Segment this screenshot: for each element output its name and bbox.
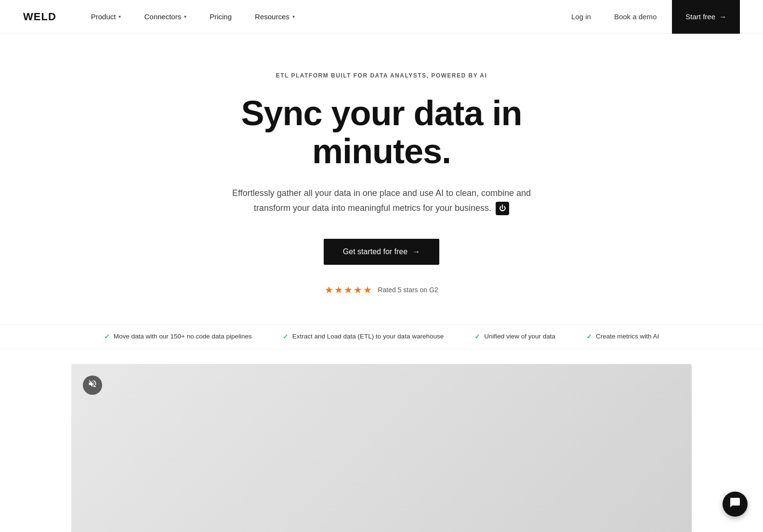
start-free-label: Start free: [685, 13, 715, 21]
feature-text-2: Unified view of your data: [484, 333, 555, 340]
feature-pill-2: ✓ Unified view of your data: [459, 333, 571, 340]
check-icon-3: ✓: [586, 333, 592, 340]
nav-pricing-label: Pricing: [210, 13, 232, 21]
video-section: [71, 364, 692, 532]
get-started-button[interactable]: Get started for free →: [324, 239, 439, 265]
feature-pill-3: ✓ Create metrics with AI: [571, 333, 674, 340]
book-demo-link[interactable]: Book a demo: [606, 9, 664, 25]
feature-text-1: Extract and Load data (ETL) to your data…: [292, 333, 444, 340]
nav-product-label: Product: [91, 13, 116, 21]
star-rating: ★ ★ ★ ★ ★: [325, 284, 372, 296]
video-placeholder: [71, 364, 692, 532]
chevron-down-icon: ▾: [118, 14, 121, 19]
hero-title: Sync your data in minutes.: [188, 94, 575, 170]
rating-section: ★ ★ ★ ★ ★ Rated 5 stars on G2: [325, 284, 438, 296]
hero-eyebrow: ETL PLATFORM BUILT FOR DATA ANALYSTS, PO…: [276, 72, 487, 79]
weld-brand-icon: ⏻: [496, 202, 509, 215]
navbar: WELD Product ▾ Connectors ▾ Pricing Reso…: [0, 0, 763, 34]
nav-item-connectors[interactable]: Connectors ▾: [132, 0, 198, 34]
feature-pill-1: ✓ Extract and Load data (ETL) to your da…: [267, 333, 459, 340]
navbar-left: WELD Product ▾ Connectors ▾ Pricing Reso…: [23, 0, 306, 34]
check-icon-1: ✓: [283, 333, 289, 340]
feature-text-0: Move data with our 150+ no code data pip…: [114, 333, 252, 340]
cta-arrow-icon: →: [412, 247, 420, 256]
navbar-right: Log in Book a demo Start free →: [564, 0, 740, 34]
hero-section: ETL PLATFORM BUILT FOR DATA ANALYSTS, PO…: [165, 34, 598, 324]
star-2: ★: [334, 284, 343, 296]
mute-icon: [88, 379, 97, 391]
hero-description-text: Effortlessly gather all your data in one…: [232, 188, 531, 213]
mute-button[interactable]: [83, 376, 102, 395]
login-link[interactable]: Log in: [564, 9, 599, 25]
feature-pill-0: ✓ Move data with our 150+ no code data p…: [89, 333, 267, 340]
hero-description: Effortlessly gather all your data in one…: [213, 186, 550, 215]
nav-item-product[interactable]: Product ▾: [79, 0, 133, 34]
get-started-label: Get started for free: [343, 247, 408, 256]
nav-resources-label: Resources: [255, 13, 289, 21]
feature-pills: ✓ Move data with our 150+ no code data p…: [0, 324, 763, 349]
nav-links: Product ▾ Connectors ▾ Pricing Resources…: [79, 0, 306, 34]
start-free-button[interactable]: Start free →: [672, 0, 740, 34]
check-icon-0: ✓: [104, 333, 110, 340]
arrow-right-icon: →: [719, 13, 726, 21]
logo[interactable]: WELD: [23, 11, 56, 23]
chat-widget[interactable]: [723, 492, 748, 517]
star-5: ★: [363, 284, 372, 296]
video-wrapper: [0, 349, 763, 532]
star-3: ★: [344, 284, 353, 296]
chat-icon: [729, 497, 741, 511]
chevron-down-icon: ▾: [184, 14, 186, 19]
feature-text-3: Create metrics with AI: [596, 333, 659, 340]
star-1: ★: [325, 284, 333, 296]
star-4: ★: [354, 284, 362, 296]
chevron-down-icon: ▾: [292, 14, 295, 19]
nav-item-resources[interactable]: Resources ▾: [243, 0, 306, 34]
rating-text: Rated 5 stars on G2: [378, 286, 438, 294]
nav-connectors-label: Connectors: [144, 13, 181, 21]
hero-wrapper: ETL PLATFORM BUILT FOR DATA ANALYSTS, PO…: [0, 34, 763, 324]
nav-item-pricing[interactable]: Pricing: [198, 0, 243, 34]
check-icon-2: ✓: [474, 333, 480, 340]
